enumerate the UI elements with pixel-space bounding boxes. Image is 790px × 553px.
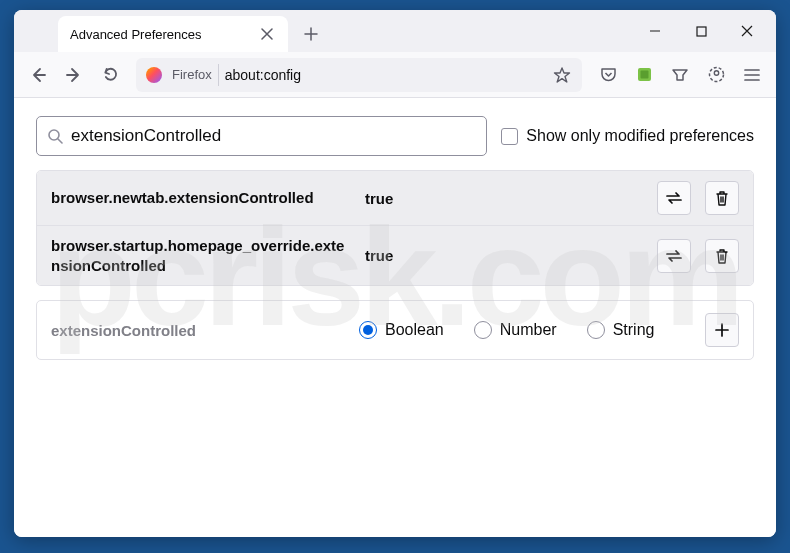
checkbox-icon (501, 128, 518, 145)
radio-icon (359, 321, 377, 339)
url-bar[interactable]: Firefox about:config (136, 58, 582, 92)
trash-icon (715, 190, 729, 206)
preference-row[interactable]: browser.startup.homepage_override.extens… (37, 225, 753, 285)
show-only-modified-checkbox[interactable]: Show only modified preferences (501, 127, 754, 145)
back-button[interactable] (22, 59, 54, 91)
add-preference-row: extensionControlled Boolean Number Strin… (36, 300, 754, 360)
forward-button[interactable] (58, 59, 90, 91)
extension-puzzle-icon[interactable] (628, 59, 660, 91)
search-row: Show only modified preferences (36, 116, 754, 156)
account-icon[interactable] (700, 59, 732, 91)
maximize-button[interactable] (678, 15, 724, 47)
url-text: about:config (225, 67, 301, 83)
radio-label: Boolean (385, 321, 444, 339)
search-icon (47, 128, 63, 144)
radio-string[interactable]: String (587, 321, 655, 339)
preference-value: true (365, 247, 393, 264)
preference-value: true (365, 190, 393, 207)
svg-point-3 (709, 68, 723, 82)
plus-icon (715, 323, 729, 337)
new-preference-name: extensionControlled (51, 322, 341, 339)
radio-number[interactable]: Number (474, 321, 557, 339)
trash-icon (715, 248, 729, 264)
window-controls (632, 10, 770, 52)
about-config-content: Show only modified preferences browser.n… (14, 98, 776, 537)
bookmark-star-icon[interactable] (546, 59, 578, 91)
firefox-logo-icon (146, 67, 162, 83)
delete-button[interactable] (705, 181, 739, 215)
toggle-arrows-icon (665, 249, 683, 263)
close-window-button[interactable] (724, 15, 770, 47)
browser-window: Advanced Preferences (14, 10, 776, 537)
titlebar: Advanced Preferences (14, 10, 776, 52)
url-identity-label: Firefox (172, 64, 219, 86)
checkbox-label: Show only modified preferences (526, 127, 754, 145)
radio-label: Number (500, 321, 557, 339)
menu-hamburger-icon[interactable] (736, 59, 768, 91)
preference-name: browser.startup.homepage_override.extens… (51, 236, 351, 275)
svg-rect-2 (640, 71, 648, 79)
navigation-toolbar: Firefox about:config (14, 52, 776, 98)
preference-row[interactable]: browser.newtab.extensionControlled true (37, 171, 753, 225)
preference-name: browser.newtab.extensionControlled (51, 188, 351, 208)
radio-label: String (613, 321, 655, 339)
reload-button[interactable] (94, 59, 126, 91)
add-preference-button[interactable] (705, 313, 739, 347)
delete-button[interactable] (705, 239, 739, 273)
preference-table: browser.newtab.extensionControlled true … (36, 170, 754, 286)
pref-search-input[interactable] (71, 126, 476, 146)
toggle-button[interactable] (657, 239, 691, 273)
new-tab-button[interactable] (296, 19, 326, 49)
toggle-button[interactable] (657, 181, 691, 215)
close-tab-icon[interactable] (258, 25, 276, 43)
type-radio-group: Boolean Number String (359, 321, 654, 339)
pref-search-box[interactable] (36, 116, 487, 156)
browser-tab[interactable]: Advanced Preferences (58, 16, 288, 52)
radio-icon (587, 321, 605, 339)
svg-rect-0 (697, 27, 706, 36)
pocket-icon[interactable] (592, 59, 624, 91)
radio-icon (474, 321, 492, 339)
toggle-arrows-icon (665, 191, 683, 205)
tab-title: Advanced Preferences (70, 27, 202, 42)
radio-boolean[interactable]: Boolean (359, 321, 444, 339)
svg-point-4 (714, 71, 718, 75)
minimize-button[interactable] (632, 15, 678, 47)
inbox-icon[interactable] (664, 59, 696, 91)
